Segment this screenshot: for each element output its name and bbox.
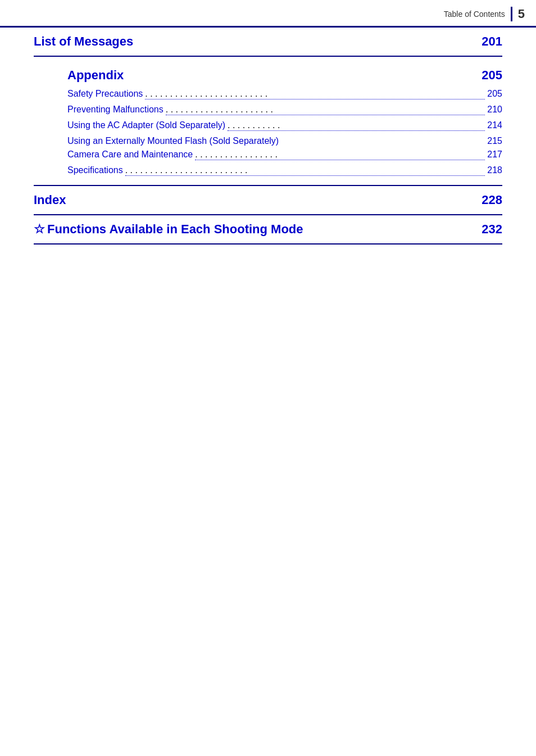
toc-item[interactable]: Camera Care and Maintenance . . . . . . …: [67, 148, 502, 164]
toc-item-page: 214: [487, 120, 502, 130]
toc-item-dots: . . . . . . . . . . .: [228, 120, 485, 131]
toc-item-dots: . . . . . . . . . . . . . . . . . . . . …: [166, 105, 485, 115]
toc-item-dots: . . . . . . . . . . . . . . . . . . . . …: [125, 165, 485, 176]
toc-item-title: Safety Precautions: [67, 89, 143, 99]
toc-item-page: 205: [487, 89, 502, 99]
toc-item[interactable]: Safety Precautions . . . . . . . . . . .…: [67, 87, 502, 103]
toc-item-dots: . . . . . . . . . . . . . . . . . . . . …: [145, 89, 485, 99]
page-wrapper: Table of Contents 5 List of Messages 201…: [0, 0, 536, 245]
toc-section-title: List of Messages: [34, 34, 133, 49]
toc-special-section[interactable]: ☆ Functions Available in Each Shooting M…: [34, 215, 502, 245]
toc-item-page: 218: [487, 165, 502, 175]
toc-item[interactable]: Using an Externally Mounted Flash (Sold …: [67, 134, 502, 148]
page-header: Table of Contents 5: [0, 0, 536, 28]
toc-item-page: 210: [487, 105, 502, 115]
toc-special-title-text: Functions Available in Each Shooting Mod…: [47, 222, 303, 237]
toc-item-title: Preventing Malfunctions: [67, 105, 163, 115]
toc-item-page: 217: [487, 150, 502, 160]
star-icon: ☆: [34, 222, 45, 237]
toc-section-page: 201: [482, 34, 502, 49]
toc-section-index[interactable]: Index 228: [34, 186, 502, 215]
toc-subsection-header[interactable]: Appendix 205: [67, 62, 502, 87]
toc-item-title: Camera Care and Maintenance: [67, 150, 193, 160]
toc-appendix-title: Appendix: [67, 68, 124, 83]
toc-item[interactable]: Using the AC Adapter (Sold Separately) .…: [67, 119, 502, 134]
toc-container: List of Messages 201 Appendix 205 Safety…: [0, 28, 536, 245]
header-page-number: 5: [511, 7, 525, 21]
toc-item[interactable]: Preventing Malfunctions . . . . . . . . …: [67, 103, 502, 119]
index-page: 228: [482, 193, 502, 207]
toc-item-title: Specifications: [67, 165, 123, 175]
toc-appendix-page: 205: [482, 68, 502, 83]
header-label: Table of Contents: [444, 10, 505, 19]
toc-appendix-block: Appendix 205 Safety Precautions . . . . …: [34, 57, 502, 186]
toc-special-title: ☆ Functions Available in Each Shooting M…: [34, 222, 303, 237]
toc-item-title: Using the AC Adapter (Sold Separately): [67, 120, 225, 130]
toc-item-page: 215: [487, 136, 502, 146]
toc-special-page: 232: [482, 222, 502, 237]
toc-section-list-of-messages[interactable]: List of Messages 201: [34, 28, 502, 57]
toc-subsections: Appendix 205 Safety Precautions . . . . …: [34, 57, 502, 186]
index-title: Index: [34, 193, 66, 207]
toc-item-dots: . . . . . . . . . . . . . . . . .: [195, 150, 485, 160]
toc-item[interactable]: Specifications . . . . . . . . . . . . .…: [67, 164, 502, 179]
toc-item-title: Using an Externally Mounted Flash (Sold …: [67, 136, 279, 146]
